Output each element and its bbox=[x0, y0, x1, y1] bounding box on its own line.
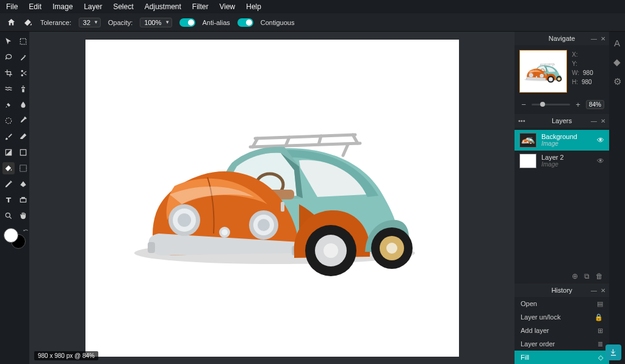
layers-title: Layers bbox=[552, 117, 572, 124]
fill-tool[interactable] bbox=[2, 162, 15, 174]
delete-layer-icon[interactable]: 🗑 bbox=[596, 272, 603, 280]
draw-tool[interactable] bbox=[17, 162, 29, 174]
close-icon[interactable]: ✕ bbox=[601, 118, 605, 124]
brush-tool[interactable] bbox=[2, 130, 15, 143]
close-icon[interactable]: ✕ bbox=[601, 287, 605, 294]
menu-layer[interactable]: Layer bbox=[84, 2, 102, 11]
hand-alt-tool[interactable] bbox=[17, 194, 29, 206]
svg-rect-24 bbox=[20, 149, 26, 155]
zoom-out-button[interactable]: − bbox=[519, 101, 528, 109]
document-image bbox=[116, 82, 433, 302]
menu-bar: File Edit Image Layer Select Adjustment … bbox=[0, 0, 625, 13]
canvas-area[interactable]: 980 x 980 px @ 84% bbox=[29, 32, 515, 364]
history-item[interactable]: Fill◇ bbox=[515, 351, 609, 364]
menu-adjustment[interactable]: Adjustment bbox=[145, 2, 181, 11]
text-panel-icon[interactable]: A bbox=[614, 38, 620, 48]
visibility-icon[interactable]: 👁 bbox=[597, 157, 604, 165]
download-button[interactable] bbox=[605, 344, 621, 360]
options-bar: Tolerance: 32 Opacity: 100% Anti-alias C… bbox=[0, 13, 625, 32]
contiguous-label: Contiguous bbox=[261, 19, 295, 26]
zoom-in-button[interactable]: + bbox=[574, 101, 582, 109]
foreground-swatch[interactable] bbox=[4, 228, 18, 243]
close-icon[interactable]: ✕ bbox=[601, 35, 605, 42]
eraser-tool[interactable] bbox=[17, 130, 29, 143]
svg-rect-26 bbox=[20, 199, 26, 202]
liquify-tool[interactable] bbox=[2, 83, 15, 95]
eyedropper-tool[interactable] bbox=[17, 115, 29, 127]
cutout-tool[interactable] bbox=[17, 67, 29, 79]
layer-type: Image bbox=[541, 161, 592, 168]
history-panel: Open▤ Layer un/lock🔒 Add layer⊞ Layer or… bbox=[515, 297, 609, 364]
menu-filter[interactable]: Filter bbox=[192, 2, 209, 11]
navigate-dimensions: X: Y: W:980 H:980 bbox=[572, 50, 593, 93]
canvas[interactable] bbox=[85, 40, 459, 357]
adjust-panel-icon[interactable]: ⚙ bbox=[613, 76, 621, 87]
history-item[interactable]: Add layer⊞ bbox=[515, 324, 609, 337]
menu-edit[interactable]: Edit bbox=[29, 2, 42, 11]
lock-icon: 🔒 bbox=[594, 313, 603, 321]
svg-rect-25 bbox=[20, 165, 27, 172]
svg-point-22 bbox=[5, 118, 11, 123]
swap-colors-icon[interactable]: ⤺ bbox=[23, 227, 28, 234]
menu-help[interactable]: Help bbox=[246, 2, 261, 11]
opacity-input[interactable]: 100% bbox=[140, 18, 172, 27]
right-tab-strip: A ◆ ⚙ bbox=[609, 32, 625, 364]
bucket-icon: ◇ bbox=[598, 354, 603, 362]
minimize-icon[interactable]: — bbox=[591, 35, 597, 42]
menu-image[interactable]: Image bbox=[52, 2, 73, 11]
antialias-toggle[interactable] bbox=[179, 18, 195, 27]
history-header[interactable]: History —✕ bbox=[515, 284, 609, 297]
svg-point-27 bbox=[5, 213, 10, 217]
blur-tool[interactable] bbox=[17, 99, 29, 111]
color-replace-tool[interactable] bbox=[2, 115, 15, 127]
navigate-header[interactable]: Navigate —✕ bbox=[515, 32, 609, 45]
svg-rect-21 bbox=[20, 38, 26, 44]
visibility-icon[interactable]: 👁 bbox=[597, 136, 604, 145]
layers-menu-icon[interactable]: ••• bbox=[518, 117, 526, 124]
menu-file[interactable]: File bbox=[6, 2, 18, 11]
history-item[interactable]: Open▤ bbox=[515, 297, 609, 310]
layer-type: Image bbox=[541, 140, 592, 148]
home-icon[interactable] bbox=[6, 18, 16, 27]
sponge-tool[interactable] bbox=[17, 178, 29, 190]
minimize-icon[interactable]: — bbox=[591, 118, 597, 124]
layers-panel: BackgroundImage 👁 Layer 2Image 👁 bbox=[515, 127, 609, 174]
history-item[interactable]: Layer order≣ bbox=[515, 337, 609, 351]
zoom-tool[interactable] bbox=[2, 210, 15, 222]
pen-tool[interactable] bbox=[2, 178, 15, 190]
crop-tool[interactable] bbox=[2, 67, 15, 79]
layer-row[interactable]: BackgroundImage 👁 bbox=[515, 130, 609, 151]
heal-tool[interactable] bbox=[2, 99, 15, 111]
layer-thumbnail bbox=[519, 154, 536, 168]
text-tool[interactable] bbox=[2, 194, 15, 206]
shape-tool[interactable] bbox=[17, 146, 29, 159]
canvas-status: 980 x 980 px @ 84% bbox=[34, 351, 98, 360]
duplicate-layer-icon[interactable]: ⧉ bbox=[584, 272, 590, 280]
layers-panel-icon[interactable]: ◆ bbox=[613, 57, 621, 68]
move-tool[interactable] bbox=[2, 35, 15, 48]
layer-name: Layer 2 bbox=[541, 154, 592, 161]
history-item[interactable]: Layer un/lock🔒 bbox=[515, 310, 609, 324]
lasso-tool[interactable] bbox=[2, 51, 15, 63]
add-layer-icon[interactable]: ⊕ bbox=[572, 272, 578, 280]
contiguous-toggle[interactable] bbox=[237, 18, 253, 27]
navigate-panel: X: Y: W:980 H:980 bbox=[515, 45, 609, 98]
tolerance-input[interactable]: 32 bbox=[79, 18, 101, 27]
wand-tool[interactable] bbox=[17, 51, 29, 63]
minimize-icon[interactable]: — bbox=[591, 287, 597, 294]
navigate-thumbnail[interactable] bbox=[519, 50, 567, 93]
clone-tool[interactable] bbox=[17, 83, 29, 95]
menu-select[interactable]: Select bbox=[113, 2, 133, 11]
navigate-title: Navigate bbox=[549, 35, 575, 42]
layers-header[interactable]: ••• Layers —✕ bbox=[515, 114, 609, 127]
zoom-slider[interactable] bbox=[532, 104, 570, 105]
color-swatches[interactable]: ⤺ bbox=[2, 228, 29, 249]
layer-row[interactable]: Layer 2Image 👁 bbox=[515, 151, 609, 171]
page-icon: ▤ bbox=[597, 300, 603, 308]
pan-tool[interactable] bbox=[17, 210, 29, 222]
marquee-tool[interactable] bbox=[17, 35, 29, 48]
zoom-value[interactable]: 84% bbox=[586, 100, 604, 109]
gradient-tool[interactable] bbox=[2, 146, 15, 159]
fill-tool-icon[interactable] bbox=[23, 18, 33, 27]
menu-view[interactable]: View bbox=[219, 2, 235, 11]
